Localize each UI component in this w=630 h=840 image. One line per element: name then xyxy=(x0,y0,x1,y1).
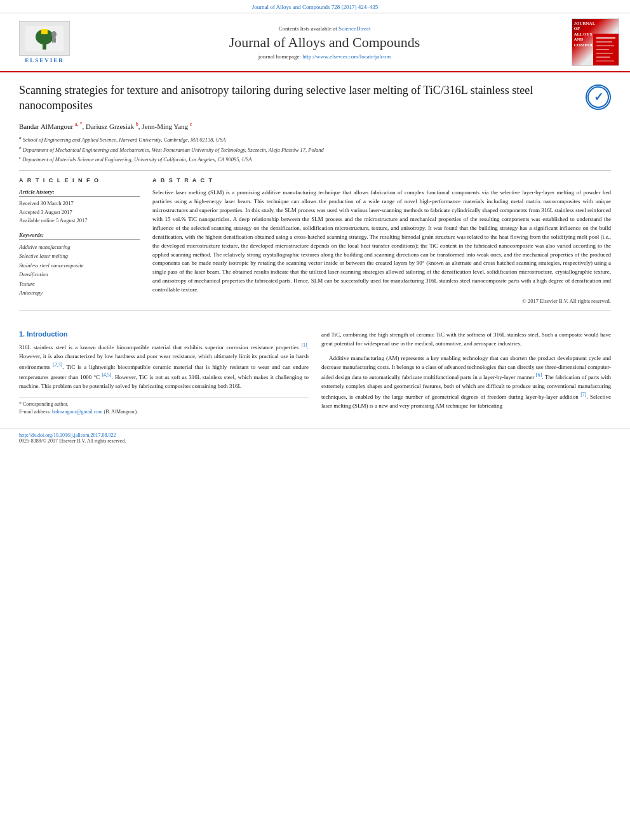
svg-text:✓: ✓ xyxy=(594,91,603,103)
ref-1-link[interactable]: [1] xyxy=(301,342,307,348)
info-abstract-section: A R T I C L E I N F O Article history: R… xyxy=(19,177,611,304)
received-date: Received 30 March 2017 xyxy=(19,199,140,208)
email-line: E-mail address: balmangour@gmail.com (B.… xyxy=(19,408,309,416)
body-text-left: 316L stainless steel is a known ductile … xyxy=(19,342,309,390)
accepted-date: Accepted 3 August 2017 xyxy=(19,208,140,217)
doi-link[interactable]: http://dx.doi.org/10.1016/j.jallcom.2017… xyxy=(19,432,116,438)
journal-reference: Journal of Alloys and Compounds 728 (201… xyxy=(252,4,379,10)
body-para-right-2: Additive manufacturing (AM) represents a… xyxy=(321,354,611,410)
affiliation-a: a School of Engineering and Applied Scie… xyxy=(19,135,611,144)
author-sup-c: c xyxy=(190,121,192,127)
svg-rect-10 xyxy=(596,49,609,50)
article-history-group: Article history: Received 30 March 2017 … xyxy=(19,189,140,225)
issn-text: 0925-8388/© 2017 Elsevier B.V. All right… xyxy=(19,438,126,444)
body-para-left-1: 316L stainless steel is a known ductile … xyxy=(19,342,309,390)
abstract-label: A B S T R A C T xyxy=(152,177,611,183)
svg-rect-7 xyxy=(596,37,615,39)
article-info-column: A R T I C L E I N F O Article history: R… xyxy=(19,177,140,304)
keyword-6: Anisotropy xyxy=(19,288,140,297)
homepage-line: journal homepage: http://www.elsevier.co… xyxy=(258,53,391,60)
body-container: 1. Introduction 316L stainless steel is … xyxy=(0,324,630,429)
journal-title-area: Contents lists available at ScienceDirec… xyxy=(89,18,560,66)
email-link[interactable]: balmangour@gmail.com xyxy=(52,409,103,415)
journal-thumbnail-area: JOURNALOFALLOYSANDCOMPOUNDS xyxy=(566,18,624,66)
available-date: Available online 5 August 2017 xyxy=(19,217,140,225)
affiliation-c: c Department of Materials Science and En… xyxy=(19,154,611,164)
keywords-list: Additive manufacturing Selective laser m… xyxy=(19,243,140,298)
keyword-5: Texture xyxy=(19,279,140,288)
svg-rect-13 xyxy=(596,60,614,62)
svg-rect-8 xyxy=(596,41,612,43)
affiliation-b: b Department of Mechanical Engineering a… xyxy=(19,145,611,154)
svg-rect-5 xyxy=(52,37,56,43)
keywords-heading: Keywords: xyxy=(19,232,140,240)
article-container: ✓ Scanning strategies for texture and an… xyxy=(0,72,630,324)
elsevier-logo-area: ELSEVIER xyxy=(6,18,83,66)
article-title: Scanning strategies for texture and anis… xyxy=(19,83,611,114)
elsevier-brand: ELSEVIER xyxy=(25,57,64,63)
author-sup-a: a, * xyxy=(75,121,83,127)
crossmark: ✓ xyxy=(586,84,611,110)
journal-header: ELSEVIER Contents lists available at Sci… xyxy=(0,13,630,72)
elsevier-logo-image xyxy=(19,21,70,56)
ref-2-3-link[interactable]: [2,3] xyxy=(53,362,62,368)
body-text-right: and TiC, combining the high strength of … xyxy=(321,330,611,410)
sciencedirect-link[interactable]: ScienceDirect xyxy=(338,25,370,32)
author-name-1: Bandar AlMangour xyxy=(19,122,75,130)
homepage-link[interactable]: http://www.elsevier.com/locate/jalcom xyxy=(302,53,391,60)
keyword-1: Additive manufacturing xyxy=(19,243,140,251)
svg-point-4 xyxy=(51,31,57,37)
svg-rect-12 xyxy=(596,57,610,58)
crossmark-icon: ✓ xyxy=(586,84,611,110)
section-1-heading: 1. Introduction xyxy=(19,330,309,338)
ref-6-link[interactable]: [6] xyxy=(536,372,542,378)
article-history-heading: Article history: xyxy=(19,189,140,197)
contents-line: Contents lists available at ScienceDirec… xyxy=(279,25,371,32)
divider-1 xyxy=(19,170,611,171)
svg-rect-11 xyxy=(596,53,613,54)
ref-7-link[interactable]: [7] xyxy=(580,392,586,397)
abstract-column: A B S T R A C T Selective laser melting … xyxy=(152,177,611,304)
keyword-2: Selective laser melting xyxy=(19,251,140,260)
keyword-3: Stainless steel nanocomposite xyxy=(19,261,140,270)
body-left-col: 1. Introduction 316L stainless steel is … xyxy=(19,330,309,416)
ref-4-5-link[interactable]: [4,5] xyxy=(102,372,111,378)
article-info-label: A R T I C L E I N F O xyxy=(19,177,140,183)
body-two-col: 1. Introduction 316L stainless steel is … xyxy=(19,330,611,416)
affiliations: a School of Engineering and Applied Scie… xyxy=(19,135,611,164)
abstract-copyright: © 2017 Elsevier B.V. All rights reserved… xyxy=(152,298,611,304)
authors-line: Bandar AlMangour a, *, Dariusz Grzesiak … xyxy=(19,121,611,130)
footnote-area: * Corresponding author. E-mail address: … xyxy=(19,397,309,416)
top-bar: Journal of Alloys and Compounds 728 (201… xyxy=(0,0,630,13)
author-name-2: Dariusz Grzesiak xyxy=(86,122,136,130)
body-right-col: and TiC, combining the high strength of … xyxy=(321,330,611,416)
svg-rect-9 xyxy=(596,45,614,46)
elsevier-logo: ELSEVIER xyxy=(19,21,70,63)
abstract-text: Selective laser melting (SLM) is a promi… xyxy=(152,189,611,295)
journal-title-main: Journal of Alloys and Compounds xyxy=(229,34,420,51)
svg-rect-3 xyxy=(41,29,48,34)
author-name-3: Jenn-Ming Yang xyxy=(142,122,189,130)
corresponding-note: * Corresponding author. xyxy=(19,401,309,408)
keywords-group: Keywords: Additive manufacturing Selecti… xyxy=(19,232,140,298)
bottom-bar: http://dx.doi.org/10.1016/j.jallcom.2017… xyxy=(0,429,630,447)
keyword-4: Densification xyxy=(19,270,140,279)
body-para-right-1: and TiC, combining the high strength of … xyxy=(321,330,611,348)
journal-thumbnail: JOURNALOFALLOYSANDCOMPOUNDS xyxy=(572,18,619,66)
divider-2 xyxy=(19,310,611,311)
